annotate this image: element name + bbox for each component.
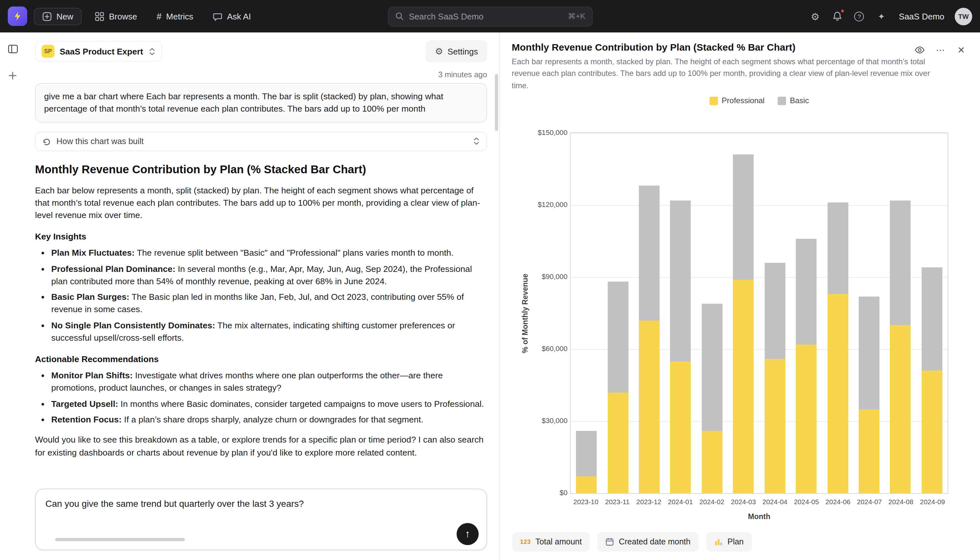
bar-segment-basic[interactable] xyxy=(890,200,911,325)
main-area: SP SaaS Product Expert ⚙ Settings 3 minu… xyxy=(0,32,980,560)
field-chips: 123 Total amount Created date month xyxy=(512,532,751,552)
bar-segment-professional[interactable] xyxy=(764,359,785,493)
legend-swatch xyxy=(777,97,786,105)
bar-2024-08[interactable] xyxy=(885,133,916,493)
key-insights-list: Plan Mix Fluctuates: The revenue split b… xyxy=(35,247,487,344)
x-tick-label: 2024-05 xyxy=(791,498,822,505)
bar-2024-01[interactable] xyxy=(665,133,697,493)
agent-selector[interactable]: SP SaaS Product Expert xyxy=(35,41,162,62)
browse-button[interactable]: Browse xyxy=(88,7,144,25)
metrics-button-label: Metrics xyxy=(166,12,193,21)
chart-description: Each bar represents a month, stacked by … xyxy=(512,56,941,92)
bar-2024-06[interactable] xyxy=(822,133,854,493)
bar-segment-professional[interactable] xyxy=(890,325,911,493)
legend-item-basic[interactable]: Basic xyxy=(777,96,809,105)
settings-button[interactable]: ⚙ Settings xyxy=(426,40,487,62)
close-panel-button[interactable]: ✕ xyxy=(953,42,969,58)
bar-segment-basic[interactable] xyxy=(733,155,754,280)
notifications-button[interactable] xyxy=(827,7,847,26)
bullet-item: Targeted Upsell: In months where Basic d… xyxy=(51,397,487,410)
preview-button[interactable] xyxy=(912,42,927,58)
x-tick-label: 2024-07 xyxy=(854,498,885,505)
legend-label: Professional xyxy=(722,96,765,105)
how-built-toggle[interactable]: How this chart was built xyxy=(35,132,487,151)
bar-2024-03[interactable] xyxy=(728,133,759,493)
global-search-input[interactable]: Search SaaS Demo ⌘+K xyxy=(387,6,593,26)
chat-scrollbar[interactable] xyxy=(495,74,498,131)
bar-2024-02[interactable] xyxy=(696,133,728,493)
bar-segment-basic[interactable] xyxy=(670,200,691,361)
bar-segment-basic[interactable] xyxy=(859,296,879,409)
send-button[interactable]: ↑ xyxy=(457,523,478,545)
mini-bar-chart-icon xyxy=(714,537,723,547)
x-tick-label: 2023-10 xyxy=(570,498,601,505)
legend-item-professional[interactable]: Professional xyxy=(709,96,765,105)
settings-icon-button[interactable]: ⚙ xyxy=(806,7,825,26)
bar-segment-professional[interactable] xyxy=(639,320,659,493)
bar-segment-basic[interactable] xyxy=(639,186,659,320)
workspace-switcher[interactable]: SaaS Demo xyxy=(894,12,950,21)
bar-segment-basic[interactable] xyxy=(922,267,942,370)
composer-scrollbar[interactable] xyxy=(55,538,185,541)
response-title: Monthly Revenue Contribution by Plan (% … xyxy=(35,163,487,176)
x-tick-label: 2024-06 xyxy=(822,498,854,505)
send-arrow-icon: ↑ xyxy=(465,528,470,540)
chat-header: SP SaaS Product Expert ⚙ Settings xyxy=(35,40,487,62)
bar-segment-professional[interactable] xyxy=(670,361,691,493)
new-button-label: New xyxy=(56,12,73,21)
bar-segment-professional[interactable] xyxy=(702,431,723,493)
bar-2024-04[interactable] xyxy=(759,133,791,493)
bar-2024-09[interactable] xyxy=(916,133,948,493)
field-chip-total-amount[interactable]: 123 Total amount xyxy=(512,532,590,552)
y-tick-label: $60,000 xyxy=(541,345,568,352)
bar-segment-professional[interactable] xyxy=(576,476,597,493)
bar-segment-basic[interactable] xyxy=(576,431,597,477)
x-tick-label: 2024-04 xyxy=(759,498,791,505)
bar-segment-professional[interactable] xyxy=(827,294,848,493)
field-chip-label: Total amount xyxy=(535,537,582,547)
bullet-item: No Single Plan Consistently Dominates: T… xyxy=(51,319,487,344)
x-tick-label: 2024-09 xyxy=(917,498,948,505)
bar-segment-basic[interactable] xyxy=(702,303,723,430)
sidebar-toggle-button[interactable] xyxy=(5,41,20,57)
settings-button-label: Settings xyxy=(447,47,478,56)
field-chip-label: Created date month xyxy=(619,537,690,547)
bar-segment-professional[interactable] xyxy=(733,279,754,493)
metrics-button[interactable]: # Metrics xyxy=(150,7,200,25)
bar-segment-basic[interactable] xyxy=(764,263,785,359)
bar-2023-11[interactable] xyxy=(602,133,634,493)
user-message: give me a bar chart where Each bar repre… xyxy=(35,83,487,122)
user-avatar[interactable]: TW xyxy=(955,7,972,25)
more-options-button[interactable]: ⋯ xyxy=(933,42,948,58)
bar-segment-basic[interactable] xyxy=(607,282,628,392)
new-button[interactable]: New xyxy=(34,7,82,25)
bar-segment-basic[interactable] xyxy=(796,239,817,345)
bar-2023-12[interactable] xyxy=(634,133,665,493)
response-outro: Would you like to see this breakdown as … xyxy=(35,434,487,459)
field-chip-plan[interactable]: Plan xyxy=(706,532,751,552)
y-tick-label: $90,000 xyxy=(541,273,568,280)
rail-new-chat-button[interactable] xyxy=(5,67,20,83)
ai-assist-button[interactable]: ✦ xyxy=(872,7,891,26)
field-chip-created-date-month[interactable]: Created date month xyxy=(597,532,698,552)
plot-area xyxy=(570,132,948,494)
bar-segment-professional[interactable] xyxy=(796,344,817,493)
bar-segment-basic[interactable] xyxy=(827,203,848,294)
help-icon: ? xyxy=(854,12,864,21)
x-tick-label: 2023-12 xyxy=(633,498,664,505)
bar-2024-05[interactable] xyxy=(791,133,822,493)
how-built-left: How this chart was built xyxy=(42,136,144,146)
app: New Browse # Metrics Ask AI xyxy=(0,0,980,560)
bar-segment-professional[interactable] xyxy=(607,392,628,493)
bar-2024-07[interactable] xyxy=(854,133,885,493)
bar-segment-professional[interactable] xyxy=(922,371,942,493)
topbar-actions: ⚙ ? ✦ SaaS Demo TW xyxy=(806,7,972,26)
bar-segment-professional[interactable] xyxy=(859,409,879,493)
topbar-nav: New Browse # Metrics Ask AI xyxy=(8,7,257,26)
ask-ai-button[interactable]: Ask AI xyxy=(206,7,257,25)
bullet-item: Plan Mix Fluctuates: The revenue split b… xyxy=(51,247,487,260)
help-button[interactable]: ? xyxy=(850,7,869,26)
x-axis-title: Month xyxy=(570,513,948,520)
bar-2023-10[interactable] xyxy=(571,133,602,493)
app-logo[interactable] xyxy=(8,7,27,26)
